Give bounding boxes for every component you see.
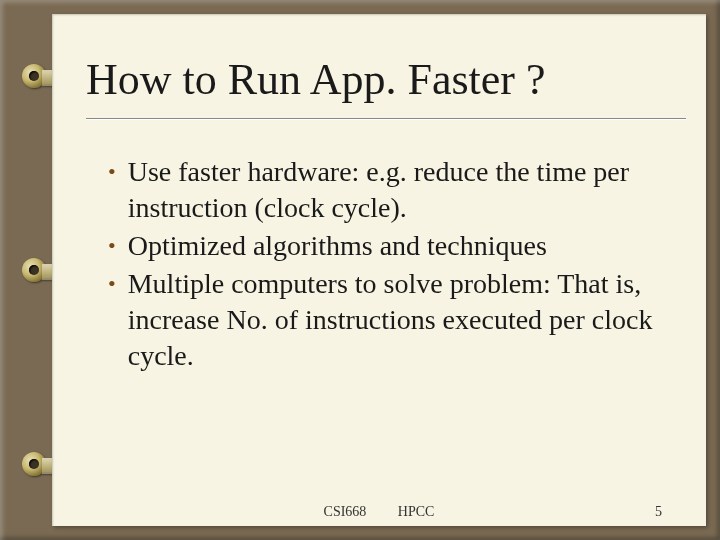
binder-ring-icon [22,64,46,88]
slide-content: • Use faster hardware: e.g. reduce the t… [52,120,706,373]
bullet-icon: • [108,266,116,302]
bullet-text: Use faster hardware: e.g. reduce the tim… [128,154,656,226]
bullet-text: Multiple computers to solve problem: Tha… [128,266,656,373]
slide-title: How to Run App. Faster ? [52,14,706,112]
binder-ring-icon [22,452,46,476]
footer-topic: HPCC [398,504,435,519]
binder-ring-icon [22,258,46,282]
footer-course: CSI668 [324,504,367,519]
list-item: • Multiple computers to solve problem: T… [108,266,656,373]
slide-body: How to Run App. Faster ? • Use faster ha… [52,14,706,526]
bullet-text: Optimized algorithms and techniques [128,228,656,264]
bullet-icon: • [108,154,116,190]
list-item: • Optimized algorithms and techniques [108,228,656,264]
page-number: 5 [655,504,662,520]
list-item: • Use faster hardware: e.g. reduce the t… [108,154,656,226]
slide-frame: How to Run App. Faster ? • Use faster ha… [0,0,720,540]
bullet-icon: • [108,228,116,264]
